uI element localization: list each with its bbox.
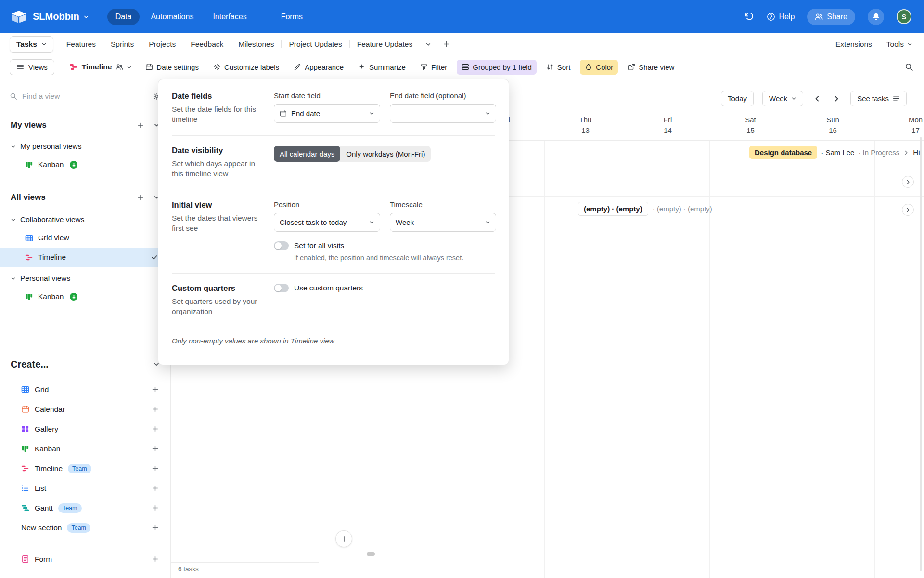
expand-group-button[interactable] xyxy=(902,176,914,188)
tab-feature-updates[interactable]: Feature Updates xyxy=(350,40,420,49)
plus-icon[interactable] xyxy=(152,504,159,512)
option-all-calendar-days[interactable]: All calendar days xyxy=(274,146,340,162)
use-custom-quarters-label: Use custom quarters xyxy=(294,284,363,292)
plus-icon[interactable] xyxy=(152,406,159,413)
plus-icon[interactable] xyxy=(152,425,159,433)
tab-sprints[interactable]: Sprints xyxy=(103,40,141,49)
tab-overflow-chevron-icon[interactable] xyxy=(420,41,437,47)
position-label: Position xyxy=(274,200,380,209)
add-view-icon[interactable] xyxy=(137,122,144,129)
current-view-switcher[interactable]: Timeline xyxy=(69,63,132,71)
date-visibility-section: Date visibility Set which days appear in… xyxy=(172,136,495,190)
summarize-button[interactable]: Summarize xyxy=(353,60,411,75)
chevron-down-icon xyxy=(41,41,47,47)
tab-project-updates[interactable]: Project Updates xyxy=(282,40,349,49)
share-view-button[interactable]: Share view xyxy=(623,60,679,75)
views-sidebar-toggle[interactable]: Views xyxy=(10,59,54,75)
nav-forms[interactable]: Forms xyxy=(273,9,311,25)
create-form-row[interactable]: Form xyxy=(0,549,170,569)
notifications-button[interactable] xyxy=(868,9,884,25)
tools-button[interactable]: Tools xyxy=(886,40,912,49)
help-button[interactable]: Help xyxy=(767,13,795,21)
option-only-workdays[interactable]: Only workdays (Mon-Fri) xyxy=(340,146,431,162)
see-tasks-button[interactable]: See tasks xyxy=(850,91,907,106)
tab-milestones[interactable]: Milestones xyxy=(231,40,281,49)
my-personal-views-section[interactable]: My personal views xyxy=(0,138,170,155)
sidebar-item-grid-view[interactable]: Grid view xyxy=(0,228,170,248)
empty-group-chip[interactable]: (empty) · (empty) xyxy=(578,202,648,216)
start-date-field-select[interactable]: End date xyxy=(274,104,380,123)
create-section-header: Create... xyxy=(11,355,160,374)
appearance-button[interactable]: Appearance xyxy=(289,60,348,75)
chevron-down-icon xyxy=(369,220,374,225)
next-period-button[interactable] xyxy=(831,95,842,103)
search-icon[interactable] xyxy=(905,63,913,71)
plus-icon[interactable] xyxy=(152,485,159,492)
create-calendar-row[interactable]: Calendar xyxy=(0,399,170,419)
collaborative-views-section[interactable]: Collaborative views xyxy=(0,211,170,228)
plus-icon[interactable] xyxy=(152,555,159,563)
avatar[interactable]: S xyxy=(897,9,911,24)
nav-interfaces[interactable]: Interfaces xyxy=(205,9,255,25)
position-select[interactable]: Closest task to today xyxy=(274,213,380,232)
plus-icon[interactable] xyxy=(152,445,159,452)
use-custom-quarters-toggle[interactable] xyxy=(274,284,289,292)
sort-arrows-icon xyxy=(546,63,554,71)
personal-lock-badge xyxy=(70,161,77,169)
timescale-select[interactable]: Week xyxy=(390,213,496,232)
create-gantt-row[interactable]: Gantt Team xyxy=(0,498,170,518)
add-table-button[interactable] xyxy=(437,40,456,48)
sidebar-item-timeline-view[interactable]: Timeline xyxy=(0,248,170,267)
share-label: Share xyxy=(827,13,847,21)
tab-projects[interactable]: Projects xyxy=(141,40,183,49)
sort-button[interactable]: Sort xyxy=(541,60,576,75)
add-view-icon[interactable] xyxy=(137,194,144,201)
list-icon xyxy=(21,484,29,492)
group-button[interactable]: Grouped by 1 field xyxy=(457,60,537,75)
create-new-section-row[interactable]: New section Team xyxy=(0,518,170,538)
sidebar-item-kanban-personal[interactable]: Kanban xyxy=(0,155,170,174)
plus-icon[interactable] xyxy=(152,465,159,472)
tab-feedback[interactable]: Feedback xyxy=(183,40,231,49)
tab-tasks-active[interactable]: Tasks xyxy=(10,36,53,53)
bell-icon xyxy=(872,13,880,21)
create-grid-row[interactable]: Grid xyxy=(0,380,170,399)
color-button[interactable]: Color xyxy=(580,60,618,75)
filter-button[interactable]: Filter xyxy=(415,60,452,75)
today-button[interactable]: Today xyxy=(721,91,754,106)
workspace-switcher[interactable]: SLMobbin xyxy=(33,11,89,22)
nav-data[interactable]: Data xyxy=(107,9,140,25)
horizontal-scrollbar-thumb[interactable] xyxy=(367,552,375,556)
vertical-scrollbar[interactable] xyxy=(920,137,922,571)
empty-group-row: (empty) · (empty) · (empty) · (empty) xyxy=(578,202,712,216)
airtable-logo-icon xyxy=(12,11,26,23)
add-task-button[interactable] xyxy=(335,530,352,547)
expand-group-button[interactable] xyxy=(902,204,914,216)
nav-automations[interactable]: Automations xyxy=(142,9,202,25)
customize-labels-button[interactable]: Customize labels xyxy=(208,60,284,75)
find-view-input[interactable] xyxy=(22,92,118,101)
extensions-button[interactable]: Extensions xyxy=(835,40,872,49)
sidebar-item-kanban-personal-2[interactable]: Kanban xyxy=(0,287,170,306)
tab-features[interactable]: Features xyxy=(59,40,103,49)
plus-icon[interactable] xyxy=(152,386,159,393)
timescale-dropdown[interactable]: Week xyxy=(762,91,803,106)
share-button[interactable]: Share xyxy=(807,9,855,25)
prev-period-button[interactable] xyxy=(812,95,822,103)
history-icon[interactable] xyxy=(744,12,754,22)
timeline-view-icon xyxy=(69,63,78,71)
create-kanban-row[interactable]: Kanban xyxy=(0,439,170,459)
end-date-field-select[interactable] xyxy=(390,104,496,123)
chevron-right-icon[interactable] xyxy=(903,150,909,156)
date-settings-button[interactable]: Date settings xyxy=(141,60,204,75)
set-all-visits-toggle[interactable] xyxy=(274,241,289,250)
create-timeline-row[interactable]: Timeline Team xyxy=(0,459,170,478)
create-gallery-row[interactable]: Gallery xyxy=(0,419,170,439)
kanban-icon xyxy=(21,445,29,453)
plus-icon[interactable] xyxy=(152,524,159,531)
date-visibility-segmented: All calendar days Only workdays (Mon-Fri… xyxy=(274,146,431,162)
task-bar[interactable]: Design database xyxy=(749,146,817,159)
personal-views-section[interactable]: Personal views xyxy=(0,270,170,287)
create-list-row[interactable]: List xyxy=(0,478,170,498)
view-toolbar: Views Timeline Date settings Customize l… xyxy=(0,55,924,79)
